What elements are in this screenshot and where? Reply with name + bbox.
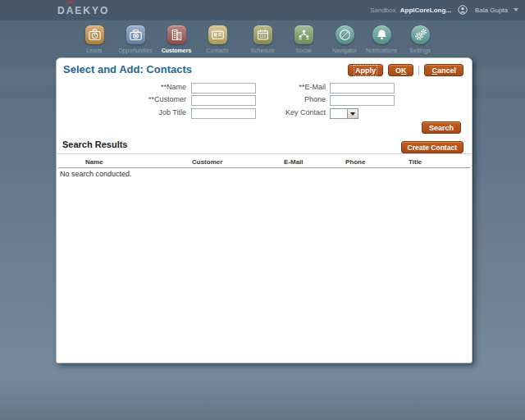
- nav-item-customers[interactable]: Customers: [153, 25, 199, 55]
- nav-label: Leads: [71, 48, 117, 53]
- nav-item-opportunities[interactable]: Opportunities: [112, 25, 158, 55]
- sandbox-label: Sandbox: [370, 7, 396, 14]
- create-contact-button[interactable]: Create Contact: [401, 141, 463, 153]
- compass-icon: [336, 25, 354, 44]
- cancel-button[interactable]: Cancel: [424, 64, 463, 76]
- column-header-phone[interactable]: Phone: [345, 158, 365, 166]
- nav-item-settings[interactable]: Settings: [397, 25, 443, 55]
- nav-item-leads[interactable]: Leads: [71, 25, 117, 55]
- empty-results-message: No search conducted.: [60, 170, 132, 178]
- column-header-title[interactable]: Title: [409, 158, 422, 166]
- button-separator: [418, 66, 419, 75]
- email-input[interactable]: [330, 83, 395, 94]
- results-table-header: Name Customer E-Mail Phone Title: [57, 153, 472, 168]
- job-title-label: Job Title: [63, 108, 186, 116]
- id-card-icon: [208, 25, 227, 44]
- nav-label: Opportunities: [112, 48, 158, 53]
- column-header-customer[interactable]: Customer: [192, 158, 222, 166]
- search-button[interactable]: Search: [422, 121, 461, 134]
- phone-label: Phone: [262, 95, 326, 103]
- user-menu[interactable]: Bala Gupta: [475, 7, 508, 14]
- customer-input[interactable]: [191, 95, 256, 106]
- top-bar: DAEKYO Sandbox ApplCoreLong... Bala Gupt…: [0, 0, 525, 20]
- gears-icon: [411, 25, 430, 44]
- dropdown-button[interactable]: [348, 108, 358, 119]
- dialog-title: Select and Add: Contacts: [63, 63, 192, 75]
- building-icon: [167, 25, 186, 44]
- nav-label: Schedule: [240, 48, 285, 53]
- chevron-down-icon[interactable]: [514, 8, 518, 11]
- nav-label: Social: [281, 48, 326, 53]
- select-add-contacts-dialog: Select and Add: Contacts Apply OK Cancel…: [56, 57, 472, 363]
- nav-label: Settings: [397, 48, 443, 53]
- ok-button[interactable]: OK: [388, 64, 414, 76]
- calendar-icon: [253, 25, 272, 44]
- bell-icon: [372, 25, 391, 44]
- nav-item-schedule[interactable]: Schedule: [240, 25, 285, 55]
- camera-icon: [126, 25, 145, 44]
- column-header-email[interactable]: E-Mail: [284, 158, 304, 166]
- org-people-icon: [294, 25, 313, 44]
- company-logo: DAEKYO: [57, 5, 109, 16]
- name-input[interactable]: [191, 83, 256, 94]
- table-divider: [58, 167, 470, 168]
- user-avatar-icon[interactable]: [458, 5, 468, 15]
- dropdown-arrow-icon: [350, 112, 355, 116]
- phone-input[interactable]: [330, 95, 395, 106]
- key-contact-value: [330, 108, 348, 119]
- column-header-name[interactable]: Name: [85, 158, 103, 166]
- sandbox-name[interactable]: ApplCoreLong...: [400, 7, 451, 14]
- nav-item-contacts[interactable]: Contacts: [194, 25, 240, 55]
- email-label: **E-Mail: [262, 83, 326, 91]
- apply-button[interactable]: Apply: [348, 64, 383, 76]
- key-contact-select[interactable]: [330, 108, 358, 119]
- nav-item-social[interactable]: Social: [281, 25, 326, 55]
- briefcase-icon: [85, 25, 104, 44]
- nav-label: Customers: [153, 48, 199, 53]
- key-contact-label: Key Contact: [262, 108, 326, 116]
- customer-label: **Customer: [63, 95, 186, 103]
- nav-label: Contacts: [194, 48, 240, 53]
- job-title-input[interactable]: [191, 108, 256, 119]
- name-label: **Name: [63, 83, 186, 91]
- search-results-heading: Search Results: [62, 139, 127, 149]
